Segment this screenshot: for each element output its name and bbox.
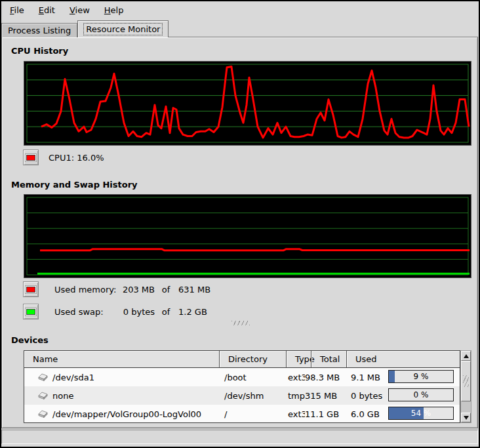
legend-total-value: 1.2 GB — [178, 307, 207, 317]
menu-item-file[interactable]: File — [3, 3, 31, 18]
column-header-total[interactable]: Total — [311, 351, 347, 367]
tab-label: Process Listing — [8, 26, 71, 35]
memory-swap-graph — [24, 194, 471, 278]
cpu-legend: CPU1: 16.0% — [23, 150, 104, 165]
device-total-cell: 98.3 MB — [305, 373, 347, 382]
cpu-history-title: CPU History — [11, 46, 68, 56]
scroll-down-button[interactable] — [461, 413, 471, 422]
device-directory-cell: /dev/shm — [220, 391, 287, 401]
color-swatch-button[interactable] — [23, 304, 39, 319]
app-window: FileEditViewHelp Process ListingResource… — [0, 0, 480, 448]
legend-row-used-memory: Used memory:203 MBof631 MB — [23, 281, 210, 297]
device-type-cell: tmpfs — [287, 391, 305, 401]
devices-title: Devices — [11, 335, 49, 345]
arrow-up-icon — [464, 354, 469, 358]
legend-label: Used memory: — [54, 285, 119, 295]
device-name: /dev/mapper/VolGroup00-LogVol00 — [52, 409, 201, 419]
tab-label: Resource Monitor — [84, 24, 162, 35]
column-header-used[interactable]: Used — [347, 351, 460, 367]
device-type-cell: ext3 — [287, 409, 305, 419]
device-used-cell: 6.0 GB54 % — [347, 405, 460, 423]
pane-resize-grip[interactable] — [231, 321, 250, 325]
resource-monitor-panel: CPU History CPU1: 16.0% Memory and Swap … — [1, 37, 478, 428]
status-bar — [1, 430, 478, 444]
swatch-frame — [25, 153, 37, 162]
device-type-cell: ext3 — [287, 373, 305, 382]
cpu-color-swatch-button[interactable] — [23, 150, 39, 165]
device-name: none — [52, 391, 73, 401]
device-total-cell: 11.1 GB — [305, 409, 347, 419]
column-header-type[interactable]: Type — [287, 351, 311, 367]
disk-usage-percent: 9 % — [389, 371, 453, 382]
device-row--dev-mapper-volgroup00-logvol00[interactable]: /dev/mapper/VolGroup00-LogVol00/ext311.1… — [24, 405, 460, 423]
devices-scrollbar[interactable] — [460, 350, 471, 423]
devices-table: NameDirectoryTypeTotalUsed /dev/sda1/boo… — [24, 350, 460, 423]
menu-item-help[interactable]: Help — [97, 3, 131, 18]
drive-icon — [37, 409, 48, 418]
drive-icon — [37, 391, 48, 400]
device-row--dev-sda1[interactable]: /dev/sda1/bootext398.3 MB9.1 MB9 % — [24, 368, 460, 386]
device-name-cell: none — [24, 391, 220, 401]
device-used-cell: 9.1 MB9 % — [347, 368, 460, 386]
cpu-color-swatch — [26, 155, 35, 161]
column-header-directory[interactable]: Directory — [220, 351, 287, 367]
legend-of-word: of — [157, 285, 174, 295]
device-directory-cell: /boot — [220, 373, 287, 382]
swatch-frame — [25, 285, 37, 294]
device-total-cell: 315 MB — [305, 391, 347, 401]
swatch-frame — [25, 308, 37, 316]
devices-table-header: NameDirectoryTypeTotalUsed — [24, 351, 460, 368]
menubar: FileEditViewHelp — [1, 1, 479, 19]
menu-item-edit[interactable]: Edit — [31, 3, 62, 18]
legend-used-value: 0 bytes — [119, 307, 155, 317]
memory-history-title: Memory and Swap History — [11, 180, 138, 190]
device-used-value: 9.1 MB — [351, 373, 380, 382]
cpu-history-graph — [24, 61, 471, 146]
drive-icon — [37, 373, 48, 382]
color-swatch-button[interactable] — [23, 281, 39, 297]
legend-of-word: of — [157, 307, 174, 317]
thumb-grip-icon — [463, 375, 469, 387]
tab-bar: Process ListingResource Monitor — [1, 20, 169, 37]
device-used-cell: 0 bytes0 % — [347, 386, 460, 405]
scroll-up-button[interactable] — [461, 351, 471, 361]
legend-label: Used swap: — [54, 307, 119, 317]
device-directory-cell: / — [220, 409, 287, 419]
device-used-value: 6.0 GB — [351, 409, 380, 419]
device-name-cell: /dev/sda1 — [24, 373, 220, 382]
scrollbar-thumb[interactable] — [461, 361, 471, 401]
column-header-name[interactable]: Name — [24, 351, 220, 367]
legend-row-used-swap: Used swap:0 bytesof1.2 GB — [23, 304, 207, 319]
tab-process-listing[interactable]: Process Listing — [1, 23, 77, 37]
devices-table-body: /dev/sda1/bootext398.3 MB9.1 MB9 %none/d… — [24, 368, 460, 423]
device-name: /dev/sda1 — [52, 373, 94, 382]
tab-resource-monitor[interactable]: Resource Monitor — [77, 20, 169, 37]
cpu-legend-label: CPU1: 16.0% — [49, 153, 104, 163]
menu-item-view[interactable]: View — [62, 3, 97, 18]
device-name-cell: /dev/mapper/VolGroup00-LogVol00 — [24, 409, 220, 419]
disk-usage-bar: 0 % — [388, 388, 454, 401]
legend-total-value: 631 MB — [178, 285, 210, 295]
device-used-value: 0 bytes — [351, 391, 382, 401]
color-swatch — [26, 287, 35, 293]
legend-used-value: 203 MB — [119, 285, 155, 295]
arrow-down-icon — [464, 416, 469, 420]
disk-usage-bar: 9 % — [388, 370, 454, 383]
disk-usage-percent: 54 % — [389, 407, 453, 419]
device-row-none[interactable]: none/dev/shmtmpfs315 MB0 bytes0 % — [24, 386, 460, 405]
disk-usage-bar: 54 % — [388, 407, 454, 420]
color-swatch — [26, 309, 35, 315]
disk-usage-percent: 0 % — [389, 389, 453, 401]
